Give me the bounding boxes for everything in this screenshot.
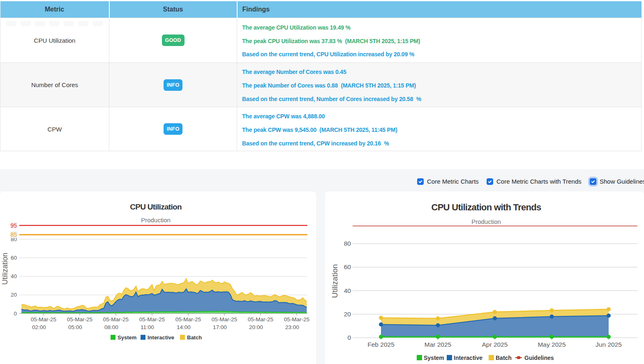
svg-text:14:00: 14:00 — [177, 324, 191, 330]
svg-text:08:00: 08:00 — [104, 324, 118, 330]
svg-text:Mar 2025: Mar 2025 — [425, 341, 451, 348]
svg-text:05-Mar-25: 05-Mar-25 — [31, 316, 56, 323]
svg-text:40: 40 — [11, 273, 17, 279]
svg-text:Batch: Batch — [187, 334, 202, 341]
svg-text:02:00: 02:00 — [32, 324, 46, 330]
svg-text:60: 60 — [11, 255, 17, 261]
svg-text:CPU Utilization: CPU Utilization — [130, 203, 182, 211]
svg-text:20:00: 20:00 — [249, 324, 263, 330]
svg-text:Feb 2025: Feb 2025 — [367, 341, 395, 348]
svg-text:Utilization: Utilization — [330, 264, 339, 298]
svg-text:95: 95 — [10, 222, 17, 229]
svg-text:60: 60 — [344, 263, 351, 270]
svg-text:Production: Production — [471, 218, 501, 225]
svg-text:05-Mar-25: 05-Mar-25 — [284, 316, 309, 323]
svg-text:0: 0 — [14, 311, 17, 317]
svg-text:CPU Utilization with Trends: CPU Utilization with Trends — [431, 202, 541, 212]
svg-text:11:00: 11:00 — [141, 324, 154, 330]
svg-text:Batch: Batch — [496, 355, 512, 361]
svg-text:05-Mar-25: 05-Mar-25 — [103, 316, 129, 323]
svg-text:80: 80 — [344, 240, 351, 247]
svg-text:System: System — [118, 334, 136, 341]
svg-text:0: 0 — [347, 334, 351, 341]
svg-text:Interactive: Interactive — [454, 355, 482, 361]
svg-text:05-Mar-25: 05-Mar-25 — [248, 316, 273, 323]
svg-text:May 2025: May 2025 — [538, 341, 566, 348]
svg-text:Apr 2025: Apr 2025 — [482, 341, 508, 348]
svg-text:Utilization: Utilization — [1, 253, 9, 285]
svg-text:17:00: 17:00 — [213, 324, 227, 330]
svg-text:23:00: 23:00 — [285, 324, 299, 330]
svg-text:05:00: 05:00 — [68, 324, 82, 330]
svg-text:05-Mar-25: 05-Mar-25 — [212, 316, 237, 323]
svg-text:20: 20 — [344, 311, 351, 318]
svg-text:05-Mar-25: 05-Mar-25 — [175, 316, 201, 323]
svg-text:Guidelines: Guidelines — [524, 355, 554, 361]
svg-text:40: 40 — [344, 287, 351, 294]
svg-text:Interactive: Interactive — [148, 334, 174, 341]
svg-text:05-Mar-25: 05-Mar-25 — [67, 316, 92, 323]
svg-text:05-Mar-25: 05-Mar-25 — [139, 316, 165, 323]
svg-text:20: 20 — [11, 292, 17, 298]
svg-text:System: System — [424, 355, 444, 361]
svg-text:Production: Production — [141, 217, 171, 223]
svg-text:Jun 2025: Jun 2025 — [596, 341, 622, 348]
svg-text:85: 85 — [10, 231, 17, 238]
